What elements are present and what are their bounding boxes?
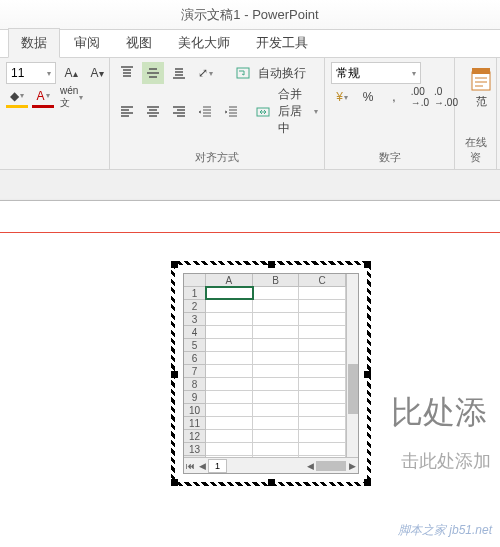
- percent-button[interactable]: %: [357, 86, 379, 108]
- cell[interactable]: [299, 430, 346, 442]
- tab-view[interactable]: 视图: [114, 29, 164, 57]
- title-placeholder[interactable]: 比处添: [391, 391, 487, 435]
- cell[interactable]: [253, 313, 300, 325]
- cell[interactable]: [206, 300, 253, 312]
- cell[interactable]: [206, 339, 253, 351]
- scroll-thumb[interactable]: [348, 364, 358, 414]
- row-header[interactable]: 5: [184, 339, 205, 352]
- col-header[interactable]: A: [206, 274, 253, 286]
- resize-handle[interactable]: [268, 479, 275, 486]
- hscroll-thumb[interactable]: [316, 461, 346, 471]
- cell[interactable]: [253, 378, 300, 390]
- increase-indent-button[interactable]: [220, 101, 242, 123]
- cell[interactable]: [253, 339, 300, 351]
- align-right-button[interactable]: [168, 101, 190, 123]
- vertical-scrollbar[interactable]: [346, 274, 358, 457]
- row-header[interactable]: 4: [184, 326, 205, 339]
- cell[interactable]: [299, 391, 346, 403]
- cell[interactable]: [253, 365, 300, 377]
- fill-color-button[interactable]: ◆▾: [6, 86, 28, 108]
- resize-handle[interactable]: [364, 479, 371, 486]
- cell[interactable]: [299, 313, 346, 325]
- cell[interactable]: [206, 430, 253, 442]
- accounting-format-button[interactable]: ¥▾: [331, 86, 353, 108]
- cell[interactable]: [206, 326, 253, 338]
- font-color-button[interactable]: A▾: [32, 86, 54, 108]
- row-header[interactable]: 12: [184, 430, 205, 443]
- cell[interactable]: [253, 404, 300, 416]
- increase-decimal-button[interactable]: .00→.0: [409, 86, 431, 108]
- cell[interactable]: [299, 339, 346, 351]
- resize-handle[interactable]: [171, 371, 178, 378]
- decrease-font-button[interactable]: A▾: [86, 62, 108, 84]
- comma-button[interactable]: ,: [383, 86, 405, 108]
- orientation-button[interactable]: ⤢▾: [194, 62, 216, 84]
- cell[interactable]: [206, 391, 253, 403]
- row-header[interactable]: 3: [184, 313, 205, 326]
- cell[interactable]: [299, 378, 346, 390]
- cell[interactable]: [253, 443, 300, 455]
- row-header[interactable]: 2: [184, 300, 205, 313]
- cell[interactable]: [253, 430, 300, 442]
- row-header[interactable]: 1: [184, 287, 205, 300]
- sheet-nav-prev[interactable]: ◀: [196, 461, 208, 471]
- cell[interactable]: [253, 300, 300, 312]
- cell[interactable]: [299, 365, 346, 377]
- cell[interactable]: [299, 300, 346, 312]
- merge-dropdown-icon[interactable]: ▾: [314, 107, 318, 116]
- tab-data[interactable]: 数据: [8, 28, 60, 58]
- cell[interactable]: [206, 352, 253, 364]
- font-size-combo[interactable]: 11▾: [6, 62, 56, 84]
- cell[interactable]: [206, 404, 253, 416]
- subtitle-placeholder[interactable]: 击此处添加: [401, 449, 491, 473]
- row-header[interactable]: 6: [184, 352, 205, 365]
- col-header[interactable]: B: [253, 274, 300, 286]
- cell[interactable]: [299, 352, 346, 364]
- align-middle-button[interactable]: [142, 62, 164, 84]
- decrease-decimal-button[interactable]: .0→.00: [435, 86, 457, 108]
- increase-font-button[interactable]: A▴: [60, 62, 82, 84]
- row-header[interactable]: 11: [184, 417, 205, 430]
- row-header[interactable]: 10: [184, 404, 205, 417]
- align-bottom-button[interactable]: [168, 62, 190, 84]
- cell[interactable]: [206, 417, 253, 429]
- sheet-nav-first[interactable]: ⏮: [184, 461, 196, 471]
- align-center-button[interactable]: [142, 101, 164, 123]
- slide[interactable]: 比处添 击此处添加 1 2 3 4 5 6: [0, 200, 500, 547]
- row-header[interactable]: 7: [184, 365, 205, 378]
- cell-a1[interactable]: [206, 287, 253, 299]
- cell[interactable]: [253, 352, 300, 364]
- cell[interactable]: [253, 391, 300, 403]
- col-header[interactable]: C: [299, 274, 346, 286]
- resize-handle[interactable]: [364, 371, 371, 378]
- align-left-button[interactable]: [116, 101, 138, 123]
- hscroll-right[interactable]: ▶: [346, 461, 358, 471]
- row-header[interactable]: 13: [184, 443, 205, 456]
- cell[interactable]: [253, 287, 300, 299]
- template-button[interactable]: 范: [461, 62, 500, 113]
- cell[interactable]: [299, 326, 346, 338]
- cell[interactable]: [299, 287, 346, 299]
- resize-handle[interactable]: [268, 261, 275, 268]
- cell[interactable]: [206, 443, 253, 455]
- wrap-text-button[interactable]: [232, 62, 254, 84]
- tab-developer[interactable]: 开发工具: [244, 29, 320, 57]
- cell-grid[interactable]: [206, 287, 346, 457]
- align-top-button[interactable]: [116, 62, 138, 84]
- row-header[interactable]: 9: [184, 391, 205, 404]
- select-all-corner[interactable]: [184, 274, 205, 287]
- cell[interactable]: [299, 417, 346, 429]
- hscroll-left[interactable]: ◀: [304, 461, 316, 471]
- row-header[interactable]: 8: [184, 378, 205, 391]
- merge-center-button[interactable]: [252, 101, 274, 123]
- embedded-excel-object[interactable]: 1 2 3 4 5 6 7 8 9 10 11 12 13 14: [171, 261, 371, 486]
- tab-review[interactable]: 审阅: [62, 29, 112, 57]
- decrease-indent-button[interactable]: [194, 101, 216, 123]
- number-format-combo[interactable]: 常规▾: [331, 62, 421, 84]
- cell[interactable]: [206, 378, 253, 390]
- sheet-tab[interactable]: 1: [208, 459, 227, 473]
- cell[interactable]: [206, 365, 253, 377]
- resize-handle[interactable]: [171, 479, 178, 486]
- resize-handle[interactable]: [171, 261, 178, 268]
- cell[interactable]: [299, 443, 346, 455]
